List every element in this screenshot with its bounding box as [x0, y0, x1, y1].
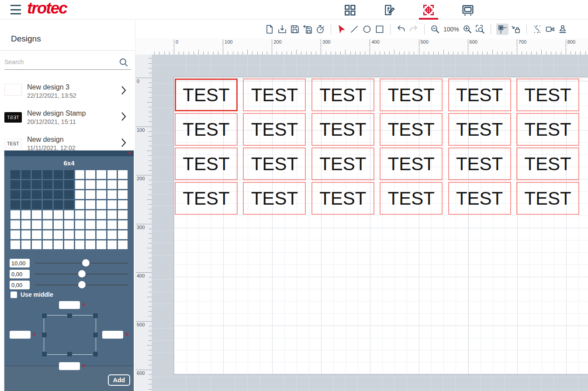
stamp-object[interactable]: TEST [380, 147, 443, 180]
stamp-icon[interactable] [557, 24, 568, 35]
array-grid-cell[interactable] [54, 220, 63, 229]
array-grid-cell[interactable] [64, 170, 74, 179]
array-grid-cell[interactable] [75, 220, 85, 229]
array-grid-cell[interactable] [75, 170, 85, 179]
stamp-object[interactable]: TEST [516, 113, 579, 146]
array-grid-cell[interactable] [43, 180, 52, 189]
new-file-icon[interactable] [264, 24, 275, 35]
stamp-object[interactable]: TEST [448, 113, 511, 146]
array-grid-cell[interactable] [97, 220, 106, 229]
stamp-object[interactable]: TEST [311, 147, 374, 180]
array-grid-cell[interactable] [54, 210, 63, 219]
stamp-object[interactable]: TEST [311, 79, 374, 111]
design-list-item[interactable]: New design 322/12/2021, 13:52 [0, 81, 135, 107]
resize-handle[interactable] [42, 351, 47, 357]
array-grid-cell[interactable] [10, 220, 20, 229]
camera-icon[interactable] [545, 24, 555, 35]
array-grid-cell[interactable] [97, 170, 106, 179]
array-grid-cell[interactable] [86, 210, 95, 219]
stamp-object[interactable]: TEST [380, 182, 443, 215]
stamp-object[interactable]: TEST [175, 113, 238, 146]
array-grid-cell[interactable] [118, 170, 128, 179]
stamp-object[interactable]: TEST [243, 113, 306, 146]
array-grid-cell[interactable] [10, 240, 20, 249]
resize-handle[interactable] [93, 351, 98, 357]
array-grid-cell[interactable] [32, 170, 42, 179]
array-grid-cell[interactable] [43, 220, 52, 229]
resize-handle[interactable] [42, 313, 47, 319]
array-grid-cell[interactable] [107, 220, 117, 229]
snap-lock-icon[interactable] [511, 24, 521, 35]
array-grid-cell[interactable] [21, 210, 31, 219]
margin-bottom-remove-icon[interactable]: × [82, 362, 86, 369]
slider-track[interactable] [35, 263, 128, 264]
save-icon[interactable] [290, 24, 300, 35]
chevron-right-icon[interactable] [121, 86, 127, 95]
margin-right-input[interactable] [102, 331, 123, 339]
work-plate[interactable]: TESTTESTTESTTESTTESTTESTTESTTESTTESTTEST… [173, 77, 588, 374]
array-grid-cell[interactable] [75, 190, 85, 199]
array-grid-cell[interactable] [10, 170, 20, 179]
array-grid-cell[interactable] [10, 210, 20, 219]
array-grid-cell[interactable] [75, 230, 85, 239]
array-grid-cell[interactable] [21, 220, 31, 229]
use-middle-checkbox[interactable] [10, 292, 17, 298]
array-grid-cell[interactable] [32, 240, 42, 249]
slider-handle[interactable] [78, 270, 86, 278]
array-grid-cell[interactable] [107, 210, 117, 219]
array-grid-cell[interactable] [10, 200, 20, 209]
search-icon[interactable] [118, 57, 129, 68]
undo-icon[interactable] [396, 24, 406, 35]
array-grid-cell[interactable] [86, 200, 95, 209]
array-grid-cell[interactable] [86, 220, 95, 229]
slider-value-input[interactable] [10, 270, 30, 278]
search-input[interactable] [4, 56, 109, 68]
popup-header[interactable]: × [4, 151, 134, 156]
array-grid-cell[interactable] [118, 190, 128, 199]
nav-dashboard[interactable] [343, 0, 357, 20]
array-grid-cell[interactable] [118, 230, 128, 239]
array-grid-cell[interactable] [86, 230, 95, 239]
chevron-right-icon[interactable] [121, 112, 127, 121]
resize-handle[interactable] [67, 351, 73, 357]
array-grid-cell[interactable] [21, 180, 31, 189]
array-grid-cell[interactable] [21, 230, 31, 239]
stamp-object[interactable]: TEST [380, 113, 443, 146]
stamp-object[interactable]: TEST [380, 79, 443, 111]
import-icon[interactable] [277, 24, 287, 35]
array-grid-cell[interactable] [107, 230, 117, 239]
zoom-selection-icon[interactable] [475, 24, 485, 35]
design-list-item[interactable]: TESTNew design Stamp20/12/2021, 15:11 [0, 107, 135, 133]
array-grid-cell[interactable] [54, 240, 63, 249]
array-grid-cell[interactable] [10, 180, 20, 189]
margin-right-remove-icon[interactable]: × [125, 331, 129, 338]
margin-bottom-input[interactable] [59, 362, 80, 370]
array-grid-cell[interactable] [97, 180, 106, 189]
array-grid-cell[interactable] [107, 170, 117, 179]
array-grid-cell[interactable] [64, 230, 74, 239]
chevron-right-icon[interactable] [121, 138, 127, 147]
array-grid-cell[interactable] [118, 240, 128, 249]
array-grid-cell[interactable] [75, 240, 85, 249]
stamp-object[interactable]: TEST [243, 147, 306, 180]
array-grid-cell[interactable] [10, 230, 20, 239]
line-icon[interactable] [349, 24, 360, 35]
margin-left-remove-icon[interactable]: × [33, 331, 36, 338]
array-grid-cell[interactable] [118, 210, 128, 219]
array-grid-cell[interactable] [32, 190, 42, 199]
stamp-object[interactable]: TEST [175, 79, 238, 111]
array-grid-cell[interactable] [107, 190, 117, 199]
margin-left-input[interactable] [10, 331, 31, 339]
array-grid-cell[interactable] [86, 190, 95, 199]
timer-icon[interactable] [315, 24, 325, 35]
stamp-object[interactable]: TEST [448, 79, 511, 111]
array-grid-cell[interactable] [54, 180, 63, 189]
stamp-object[interactable]: TEST [311, 113, 374, 146]
slider-value-input[interactable] [10, 259, 30, 268]
array-grid-cell[interactable] [54, 230, 63, 239]
hamburger-menu-icon[interactable] [10, 5, 21, 14]
array-grid-cell[interactable] [21, 240, 31, 249]
resize-handle[interactable] [93, 332, 98, 338]
stamp-object[interactable]: TEST [175, 182, 238, 215]
array-grid-cell[interactable] [21, 190, 31, 199]
